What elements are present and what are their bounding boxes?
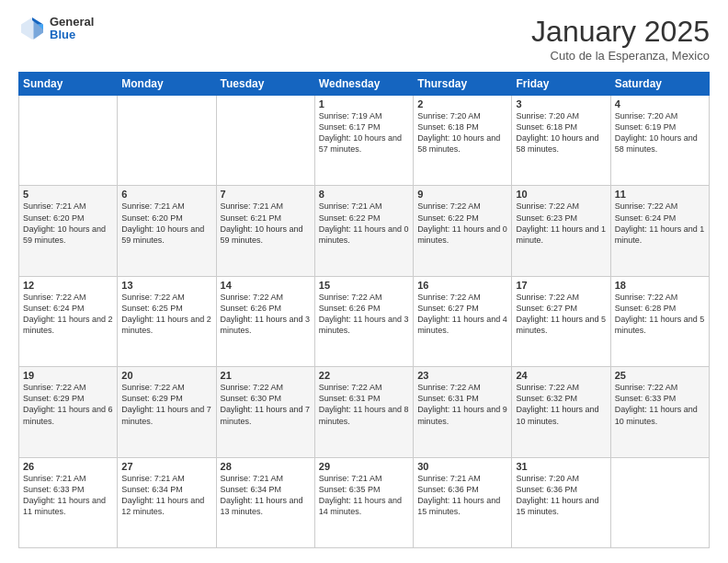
calendar-header-tuesday: Tuesday	[216, 73, 314, 96]
calendar-cell: 27Sunrise: 7:21 AM Sunset: 6:34 PM Dayli…	[118, 457, 216, 547]
calendar-header-sunday: Sunday	[19, 73, 118, 96]
day-info: Sunrise: 7:21 AM Sunset: 6:35 PM Dayligh…	[319, 473, 409, 518]
day-number: 17	[516, 280, 606, 291]
day-info: Sunrise: 7:22 AM Sunset: 6:33 PM Dayligh…	[615, 382, 705, 427]
calendar-header-saturday: Saturday	[610, 73, 709, 96]
day-number: 13	[121, 280, 211, 291]
day-info: Sunrise: 7:20 AM Sunset: 6:18 PM Dayligh…	[417, 110, 507, 155]
calendar: SundayMondayTuesdayWednesdayThursdayFrid…	[18, 72, 710, 548]
day-info: Sunrise: 7:22 AM Sunset: 6:31 PM Dayligh…	[417, 382, 507, 427]
day-info: Sunrise: 7:21 AM Sunset: 6:34 PM Dayligh…	[221, 473, 311, 518]
calendar-cell: 30Sunrise: 7:21 AM Sunset: 6:36 PM Dayli…	[414, 457, 512, 547]
day-info: Sunrise: 7:21 AM Sunset: 6:20 PM Dayligh…	[23, 201, 113, 246]
day-number: 31	[516, 461, 606, 472]
calendar-cell: 6Sunrise: 7:21 AM Sunset: 6:20 PM Daylig…	[118, 186, 216, 276]
day-info: Sunrise: 7:22 AM Sunset: 6:29 PM Dayligh…	[121, 382, 211, 427]
day-number: 14	[221, 280, 311, 291]
day-info: Sunrise: 7:22 AM Sunset: 6:27 PM Dayligh…	[516, 292, 606, 337]
day-info: Sunrise: 7:21 AM Sunset: 6:20 PM Dayligh…	[121, 201, 211, 246]
calendar-cell: 4Sunrise: 7:20 AM Sunset: 6:19 PM Daylig…	[610, 96, 709, 186]
day-number: 26	[23, 461, 113, 472]
calendar-cell	[610, 457, 709, 547]
calendar-cell: 13Sunrise: 7:22 AM Sunset: 6:25 PM Dayli…	[118, 276, 216, 366]
day-number: 16	[417, 280, 507, 291]
day-info: Sunrise: 7:21 AM Sunset: 6:21 PM Dayligh…	[221, 201, 311, 246]
calendar-cell: 24Sunrise: 7:22 AM Sunset: 6:32 PM Dayli…	[512, 367, 610, 457]
day-number: 15	[319, 280, 409, 291]
day-number: 3	[516, 98, 606, 109]
calendar-cell: 26Sunrise: 7:21 AM Sunset: 6:33 PM Dayli…	[19, 457, 118, 547]
day-number: 30	[417, 461, 507, 472]
day-number: 7	[221, 189, 311, 200]
calendar-cell	[216, 96, 314, 186]
logo-icon	[18, 15, 46, 42]
calendar-cell: 14Sunrise: 7:22 AM Sunset: 6:26 PM Dayli…	[216, 276, 314, 366]
day-number: 22	[319, 370, 409, 381]
day-number: 18	[615, 280, 705, 291]
calendar-header-friday: Friday	[512, 73, 610, 96]
calendar-cell: 19Sunrise: 7:22 AM Sunset: 6:29 PM Dayli…	[19, 367, 118, 457]
day-info: Sunrise: 7:22 AM Sunset: 6:23 PM Dayligh…	[516, 201, 606, 246]
day-number: 29	[319, 461, 409, 472]
calendar-cell: 9Sunrise: 7:22 AM Sunset: 6:22 PM Daylig…	[414, 186, 512, 276]
day-number: 8	[319, 189, 409, 200]
day-info: Sunrise: 7:22 AM Sunset: 6:24 PM Dayligh…	[615, 201, 705, 246]
calendar-cell: 10Sunrise: 7:22 AM Sunset: 6:23 PM Dayli…	[512, 186, 610, 276]
title-block: January 2025 Cuto de la Esperanza, Mexic…	[531, 15, 710, 63]
calendar-cell: 7Sunrise: 7:21 AM Sunset: 6:21 PM Daylig…	[216, 186, 314, 276]
calendar-cell: 2Sunrise: 7:20 AM Sunset: 6:18 PM Daylig…	[414, 96, 512, 186]
day-info: Sunrise: 7:21 AM Sunset: 6:33 PM Dayligh…	[23, 473, 113, 518]
day-info: Sunrise: 7:22 AM Sunset: 6:22 PM Dayligh…	[417, 201, 507, 246]
day-info: Sunrise: 7:22 AM Sunset: 6:26 PM Dayligh…	[319, 292, 409, 337]
day-info: Sunrise: 7:22 AM Sunset: 6:26 PM Dayligh…	[221, 292, 311, 337]
calendar-cell: 18Sunrise: 7:22 AM Sunset: 6:28 PM Dayli…	[610, 276, 709, 366]
day-info: Sunrise: 7:21 AM Sunset: 6:36 PM Dayligh…	[417, 473, 507, 518]
calendar-week-1: 1Sunrise: 7:19 AM Sunset: 6:17 PM Daylig…	[19, 96, 710, 186]
calendar-cell	[118, 96, 216, 186]
day-number: 19	[23, 370, 113, 381]
day-info: Sunrise: 7:22 AM Sunset: 6:32 PM Dayligh…	[516, 382, 606, 427]
calendar-cell: 16Sunrise: 7:22 AM Sunset: 6:27 PM Dayli…	[414, 276, 512, 366]
calendar-cell: 8Sunrise: 7:21 AM Sunset: 6:22 PM Daylig…	[314, 186, 413, 276]
day-number: 12	[23, 280, 113, 291]
day-info: Sunrise: 7:20 AM Sunset: 6:18 PM Dayligh…	[516, 110, 606, 155]
calendar-cell: 11Sunrise: 7:22 AM Sunset: 6:24 PM Dayli…	[610, 186, 709, 276]
logo-text: General Blue	[50, 16, 94, 42]
calendar-cell: 20Sunrise: 7:22 AM Sunset: 6:29 PM Dayli…	[118, 367, 216, 457]
logo: General Blue	[18, 15, 94, 42]
calendar-cell	[19, 96, 118, 186]
day-number: 2	[417, 98, 507, 109]
calendar-header-wednesday: Wednesday	[314, 73, 413, 96]
day-info: Sunrise: 7:21 AM Sunset: 6:34 PM Dayligh…	[121, 473, 211, 518]
page: General Blue January 2025 Cuto de la Esp…	[0, 0, 728, 563]
calendar-cell: 5Sunrise: 7:21 AM Sunset: 6:20 PM Daylig…	[19, 186, 118, 276]
day-info: Sunrise: 7:22 AM Sunset: 6:29 PM Dayligh…	[23, 382, 113, 427]
calendar-cell: 28Sunrise: 7:21 AM Sunset: 6:34 PM Dayli…	[216, 457, 314, 547]
calendar-week-3: 12Sunrise: 7:22 AM Sunset: 6:24 PM Dayli…	[19, 276, 710, 366]
day-number: 25	[615, 370, 705, 381]
day-number: 27	[121, 461, 211, 472]
calendar-cell: 1Sunrise: 7:19 AM Sunset: 6:17 PM Daylig…	[314, 96, 413, 186]
calendar-cell: 29Sunrise: 7:21 AM Sunset: 6:35 PM Dayli…	[314, 457, 413, 547]
day-number: 24	[516, 370, 606, 381]
day-info: Sunrise: 7:19 AM Sunset: 6:17 PM Dayligh…	[319, 110, 409, 155]
day-info: Sunrise: 7:22 AM Sunset: 6:30 PM Dayligh…	[221, 382, 311, 427]
calendar-cell: 15Sunrise: 7:22 AM Sunset: 6:26 PM Dayli…	[314, 276, 413, 366]
day-info: Sunrise: 7:22 AM Sunset: 6:28 PM Dayligh…	[615, 292, 705, 337]
day-number: 9	[417, 189, 507, 200]
day-info: Sunrise: 7:22 AM Sunset: 6:31 PM Dayligh…	[319, 382, 409, 427]
calendar-week-4: 19Sunrise: 7:22 AM Sunset: 6:29 PM Dayli…	[19, 367, 710, 457]
day-number: 5	[23, 189, 113, 200]
day-number: 21	[221, 370, 311, 381]
calendar-cell: 31Sunrise: 7:20 AM Sunset: 6:36 PM Dayli…	[512, 457, 610, 547]
calendar-header-monday: Monday	[118, 73, 216, 96]
day-info: Sunrise: 7:22 AM Sunset: 6:24 PM Dayligh…	[23, 292, 113, 337]
calendar-week-5: 26Sunrise: 7:21 AM Sunset: 6:33 PM Dayli…	[19, 457, 710, 547]
calendar-cell: 3Sunrise: 7:20 AM Sunset: 6:18 PM Daylig…	[512, 96, 610, 186]
day-number: 4	[615, 98, 705, 109]
month-title: January 2025	[531, 15, 710, 49]
day-number: 11	[615, 189, 705, 200]
calendar-header-row: SundayMondayTuesdayWednesdayThursdayFrid…	[19, 73, 710, 96]
day-info: Sunrise: 7:21 AM Sunset: 6:22 PM Dayligh…	[319, 201, 409, 246]
calendar-cell: 12Sunrise: 7:22 AM Sunset: 6:24 PM Dayli…	[19, 276, 118, 366]
